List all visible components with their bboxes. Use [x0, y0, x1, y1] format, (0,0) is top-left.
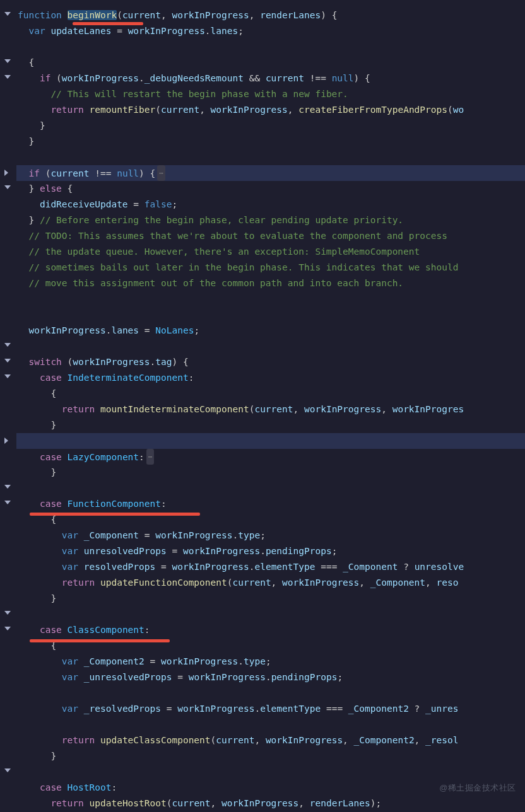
fold-toggle[interactable] [0, 165, 16, 181]
chevron-down-icon [4, 374, 12, 382]
gutter-blank [0, 733, 16, 748]
fold-toggle[interactable] [0, 181, 16, 197]
fold-toggle[interactable] [0, 496, 16, 512]
fold-toggle[interactable] [0, 433, 16, 449]
code-line[interactable]: // sometimes bails out later in the begi… [16, 260, 525, 276]
code-line[interactable] [16, 39, 525, 55]
code-line[interactable] [16, 764, 525, 780]
code-line[interactable] [16, 717, 525, 733]
code-line[interactable]: didReceiveUpdate = false; [16, 197, 525, 212]
code-line[interactable]: return updateFunctionComponent(current, … [16, 575, 525, 591]
code-line[interactable]: } [16, 465, 525, 480]
code-line[interactable]: workInProgress.lanes = NoLanes; [16, 323, 525, 339]
code-line[interactable]: return updateHostRoot(current, workInPro… [16, 796, 525, 811]
gutter-blank [0, 228, 16, 244]
code-line[interactable] [16, 291, 525, 307]
code-line[interactable] [16, 480, 525, 496]
chevron-down-icon [4, 59, 12, 67]
fold-toggle[interactable] [0, 71, 16, 86]
code-line[interactable] [16, 606, 525, 622]
gutter-blank [0, 134, 16, 149]
code-line[interactable]: var _Component2 = workInProgress.type; [16, 654, 525, 670]
fold-toggle[interactable] [0, 55, 16, 71]
code-line[interactable]: return updateClassComponent(current, wor… [16, 733, 525, 748]
fold-toggle[interactable] [0, 354, 16, 370]
chevron-down-icon [4, 501, 12, 508]
code-line[interactable]: } [16, 591, 525, 606]
code-line[interactable]: } [16, 748, 525, 764]
code-line[interactable] [16, 433, 525, 449]
code-line[interactable]: var _Component = workInProgress.type; [16, 528, 525, 543]
watermark-text: @稀土掘金技术社区 [439, 780, 516, 796]
code-line[interactable]: } // Before entering the begin phase, cl… [16, 212, 525, 228]
gutter-blank [0, 118, 16, 134]
code-line[interactable]: return mountIndeterminateComponent(curre… [16, 402, 525, 417]
code-editor: function beginWork(current, workInProgre… [0, 0, 525, 812]
gutter-blank [0, 670, 16, 685]
code-line[interactable]: function beginWork(current, workInProgre… [16, 8, 525, 23]
gutter-blank [0, 86, 16, 102]
code-line[interactable]: // the update queue. However, there's an… [16, 244, 525, 260]
code-line[interactable]: } [16, 417, 525, 433]
chevron-right-icon [4, 170, 12, 177]
code-area[interactable]: function beginWork(current, workInProgre… [16, 0, 525, 812]
gutter-blank [0, 654, 16, 670]
code-line[interactable]: // move this assignment out of the commo… [16, 276, 525, 291]
gutter-blank [0, 149, 16, 165]
code-line[interactable]: case IndeterminateComponent: [16, 370, 525, 386]
code-line[interactable]: var resolvedProps = workInProgress.eleme… [16, 559, 525, 575]
chevron-down-icon [4, 359, 12, 366]
chevron-down-icon [4, 627, 12, 634]
fold-toggle[interactable] [0, 480, 16, 496]
chevron-down-icon [4, 12, 12, 20]
fold-toggle[interactable] [0, 622, 16, 638]
chevron-right-icon [4, 438, 12, 445]
code-line[interactable] [16, 339, 525, 354]
gutter-blank [0, 307, 16, 323]
chevron-down-icon [4, 185, 12, 193]
gutter-blank [0, 276, 16, 291]
code-line[interactable]: var _resolvedProps = workInProgress.elem… [16, 701, 525, 717]
gutter-blank [0, 23, 16, 39]
fold-toggle[interactable] [0, 339, 16, 354]
code-line[interactable]: case LazyComponent:⋯ [16, 449, 525, 465]
fold-ellipsis-icon[interactable]: ⋯ [146, 449, 155, 465]
fold-ellipsis-icon[interactable]: ⋯ [157, 165, 165, 181]
code-line[interactable]: case FunctionComponent: [16, 496, 525, 512]
code-line[interactable]: case ClassComponent: [16, 622, 525, 638]
code-line[interactable]: } [16, 118, 525, 134]
gutter-blank [0, 386, 16, 402]
annotation-underline [30, 513, 200, 516]
code-line[interactable]: } [16, 134, 525, 149]
code-line[interactable]: { [16, 55, 525, 71]
annotation-underline [73, 22, 143, 25]
code-line[interactable]: } else { [16, 181, 525, 197]
fold-toggle[interactable] [0, 370, 16, 386]
gutter-blank [0, 748, 16, 764]
chevron-down-icon [4, 768, 12, 776]
gutter-blank [0, 212, 16, 228]
code-line[interactable]: var _unresolvedProps = workInProgress.pe… [16, 670, 525, 685]
fold-toggle[interactable] [0, 764, 16, 780]
gutter-blank [0, 575, 16, 591]
code-line[interactable]: return remountFiber(current, workInProgr… [16, 102, 525, 118]
gutter-blank [0, 465, 16, 480]
code-line[interactable] [16, 685, 525, 701]
code-line[interactable] [16, 307, 525, 323]
code-line[interactable] [16, 149, 525, 165]
gutter-blank [0, 528, 16, 543]
code-line[interactable]: var unresolvedProps = workInProgress.pen… [16, 543, 525, 559]
fold-toggle[interactable] [0, 606, 16, 622]
code-line[interactable]: // This will restart the begin phase wit… [16, 86, 525, 102]
gutter-blank [0, 780, 16, 796]
code-line[interactable]: if (workInProgress._debugNeedsRemount &&… [16, 71, 525, 86]
code-line[interactable]: { [16, 386, 525, 402]
gutter-blank [0, 512, 16, 528]
code-line[interactable]: switch (workInProgress.tag) { [16, 354, 525, 370]
fold-toggle[interactable] [0, 8, 16, 23]
code-line[interactable]: var updateLanes = workInProgress.lanes; [16, 23, 525, 39]
gutter-blank [0, 323, 16, 339]
gutter-blank [0, 197, 16, 212]
code-line[interactable]: if (current !== null) {⋯ [16, 165, 525, 181]
code-line[interactable]: // TODO: This assumes that we're about t… [16, 228, 525, 244]
